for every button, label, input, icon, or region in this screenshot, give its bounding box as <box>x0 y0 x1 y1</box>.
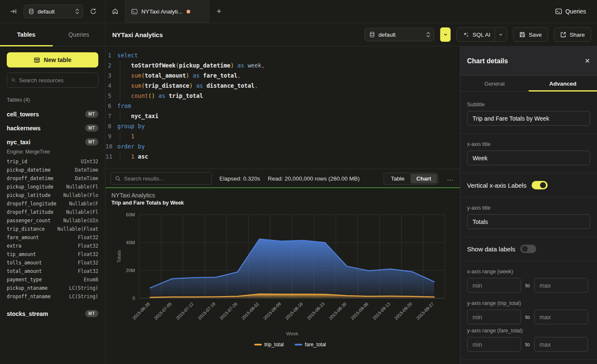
code-line[interactable]: 2 toStartOfWeek(pickup_datetime) as week… <box>105 60 460 70</box>
tab-nytaxi-analytics[interactable]: NYTaxi Analyti... <box>125 0 209 23</box>
results-search[interactable] <box>111 172 212 185</box>
column-row: dropoff_datetimeDateTime <box>7 174 98 183</box>
column-name: payment_type <box>7 275 42 284</box>
svg-text:2015-07-19: 2015-07-19 <box>197 301 216 321</box>
divider <box>460 173 597 173</box>
home-button[interactable] <box>105 0 125 23</box>
view-toggle-table[interactable]: Table <box>385 174 410 183</box>
y-range-fare-max-field[interactable] <box>534 337 588 352</box>
y-range-fare-min-field[interactable] <box>467 337 521 352</box>
editor-toolbar: NYTaxi Analytics default Run SQL AI <box>105 23 597 46</box>
vertical-labels-toggle[interactable] <box>532 181 548 189</box>
save-button[interactable]: Save <box>513 27 548 42</box>
code-line[interactable]: 5 count() as trip_total <box>105 91 460 101</box>
share-icon <box>560 32 566 38</box>
sparkles-icon <box>463 32 469 38</box>
engine-badge: MT <box>85 138 98 146</box>
svg-text:2015-07-12: 2015-07-12 <box>175 301 194 321</box>
column-row: payment_typeEnum8 <box>7 275 98 284</box>
top-database-selector[interactable]: default <box>24 5 83 18</box>
y-axis-range-trip-label: y-axis range (trip_total) <box>467 300 590 306</box>
sidebar-tab-tables[interactable]: Tables <box>0 23 53 46</box>
close-icon[interactable]: ✕ <box>585 57 590 65</box>
save-label: Save <box>529 32 542 38</box>
column-type: Nullable(UIn <box>63 216 98 225</box>
code-line[interactable]: 1select <box>105 50 460 60</box>
column-type: Float32 <box>78 259 98 267</box>
more-options-button[interactable]: … <box>446 175 455 182</box>
column-name: total_amount <box>7 267 42 275</box>
y-axis-range-trip-row: to <box>467 310 590 324</box>
share-button[interactable]: Share <box>554 27 591 42</box>
engine-label: Engine: MergeTree <box>7 149 98 155</box>
chevron-down-icon <box>499 32 503 37</box>
toggle-knob <box>540 182 546 188</box>
line-number: 2 <box>105 60 117 70</box>
table-row-stocks-stream[interactable]: stocks_stream MT <box>7 307 98 321</box>
column-type: LC(String) <box>69 292 98 301</box>
code-line[interactable]: 3 sum(total_amount) as fare_total, <box>105 70 460 81</box>
collapse-sidebar-button[interactable] <box>8 5 19 17</box>
column-type: DateTime <box>75 166 98 174</box>
new-table-button[interactable]: New table <box>7 52 98 67</box>
x-range-min-field[interactable] <box>467 278 521 293</box>
column-name: extra <box>7 242 22 250</box>
table-name: hackernews <box>7 125 85 132</box>
svg-text:0: 0 <box>132 296 135 301</box>
column-name: dropoff_longitude <box>7 200 57 208</box>
resource-search[interactable] <box>7 73 98 88</box>
column-row: dropoff_ntanameLC(String) <box>7 292 98 301</box>
y-range-trip-min-field[interactable] <box>467 310 521 324</box>
sidebar-tab-queries[interactable]: Queries <box>53 23 105 46</box>
table-row-cell-towers[interactable]: cell_towers MT <box>7 107 98 121</box>
y-axis-title-field[interactable] <box>467 214 590 229</box>
table-name: nyc_taxi <box>7 139 85 146</box>
code-line[interactable]: 6from <box>105 101 460 111</box>
show-data-labels-toggle[interactable] <box>520 245 536 253</box>
column-name: pickup_latitude <box>7 191 51 200</box>
results-search-input[interactable] <box>124 175 207 182</box>
code-line[interactable]: 4 sum(trip_distance) as distance_total, <box>105 81 460 91</box>
panel-tabs: General Advanced <box>460 76 597 92</box>
table-row-hackernews[interactable]: hackernews MT <box>7 121 98 135</box>
code-line[interactable]: 9 1 <box>105 131 460 141</box>
subtitle-field[interactable] <box>467 111 590 126</box>
queries-button[interactable]: Queries <box>555 8 597 15</box>
view-toggle-chart[interactable]: Chart <box>411 174 437 183</box>
code-line[interactable]: 11 1 asc <box>105 151 460 162</box>
run-button[interactable]: Run <box>440 27 451 42</box>
run-dropdown-button[interactable] <box>440 27 451 42</box>
code-line[interactable]: 8group by <box>105 121 460 131</box>
sql-editor[interactable]: 1select2 toStartOfWeek(pickup_datetime) … <box>105 46 460 169</box>
chevron-updown-icon <box>75 8 79 14</box>
column-row: pickup_longitudeNullable(Fl <box>7 183 98 191</box>
table-row-nyc-taxi[interactable]: nyc_taxi MT <box>7 135 98 149</box>
x-range-max-field[interactable] <box>534 278 588 293</box>
chevron-down-icon <box>443 32 448 37</box>
tab-general[interactable]: General <box>460 76 529 91</box>
column-list: trip_idUInt32pickup_datetimeDateTimedrop… <box>7 157 98 301</box>
code-line[interactable]: 7 nyc_taxi <box>105 111 460 121</box>
column-type: Nullable(Flo <box>63 191 98 200</box>
y-axis-range-fare-label: y-axis range (fare_total) <box>467 328 590 334</box>
tab-strip: NYTaxi Analyti... + <box>105 0 555 23</box>
tables-section-label: Tables (4) <box>7 97 98 103</box>
svg-text:trip_total: trip_total <box>265 342 284 348</box>
refresh-button[interactable] <box>87 5 99 17</box>
svg-text:fare_total: fare_total <box>305 342 326 348</box>
column-name: tip_amount <box>7 250 36 259</box>
line-number: 6 <box>105 101 117 111</box>
code-line[interactable]: 10order by <box>105 141 460 151</box>
divider <box>460 133 597 134</box>
svg-text:2015-08-16: 2015-08-16 <box>284 301 304 321</box>
y-range-trip-max-field[interactable] <box>534 310 588 324</box>
new-tab-button[interactable]: + <box>209 0 229 23</box>
sql-ai-dropdown-button[interactable] <box>494 28 503 41</box>
tab-advanced[interactable]: Advanced <box>529 76 597 91</box>
sql-ai-button[interactable]: SQL AI <box>457 27 507 42</box>
toolbar-database-selector[interactable]: default <box>365 28 434 41</box>
divider <box>460 197 597 197</box>
resource-search-input[interactable] <box>19 77 94 84</box>
x-axis-title-field[interactable] <box>467 151 590 165</box>
table-name: cell_towers <box>7 111 85 118</box>
